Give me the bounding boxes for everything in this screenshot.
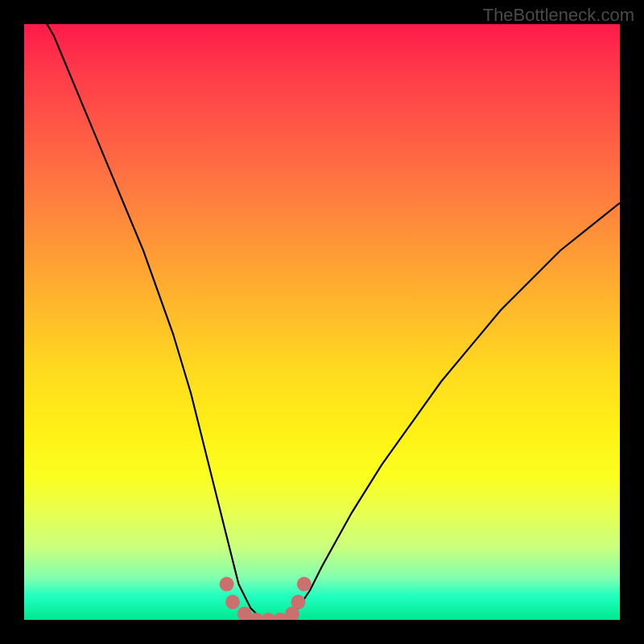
- marker-dot: [291, 595, 305, 609]
- bottleneck-chart: [24, 24, 620, 620]
- highlight-markers: [220, 577, 312, 620]
- marker-dot: [225, 595, 240, 609]
- chart-area: [24, 24, 620, 620]
- marker-dot: [297, 577, 312, 592]
- marker-dot: [220, 577, 234, 592]
- bottleneck-curve-line: [24, 24, 620, 620]
- watermark-text: TheBottleneck.com: [483, 5, 634, 26]
